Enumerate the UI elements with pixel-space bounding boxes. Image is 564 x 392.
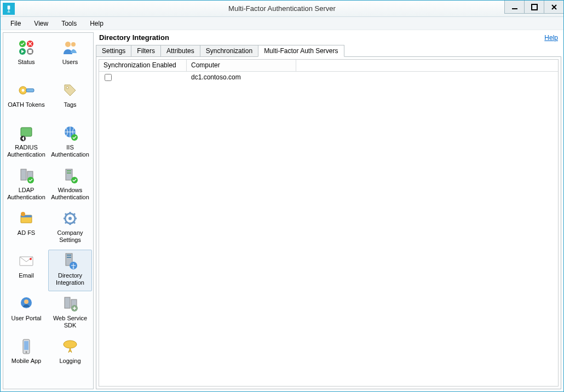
nav-label: Web Service SDK: [49, 315, 91, 328]
nav-mobile-app[interactable]: Mobile App: [4, 335, 48, 377]
nav-label: Mobile App: [11, 358, 41, 365]
svg-point-13: [66, 87, 68, 89]
app-window: Multi-Factor Authentication Server File …: [0, 0, 564, 392]
svg-rect-18: [21, 169, 26, 180]
menu-bar: File View Tools Help: [1, 17, 563, 30]
maximize-button[interactable]: [524, 1, 544, 14]
menu-view[interactable]: View: [27, 18, 55, 29]
nav-directory-integration[interactable]: Directory Integration: [48, 250, 92, 291]
key-icon: [16, 80, 36, 100]
svg-rect-42: [24, 341, 28, 350]
nav-label: LDAP Authentication: [5, 187, 47, 200]
col-computer[interactable]: Computer: [187, 60, 296, 71]
nav-iis-auth[interactable]: IIS Authentication: [48, 122, 92, 163]
nav-label: Users: [62, 59, 78, 66]
nav-windows-auth[interactable]: Windows Authentication: [48, 164, 92, 206]
svg-point-9: [71, 42, 76, 47]
tab-mfa-servers[interactable]: Multi-Factor Auth Servers: [258, 45, 344, 57]
menu-file[interactable]: File: [4, 18, 27, 29]
menu-tools[interactable]: Tools: [55, 18, 83, 29]
minimize-button[interactable]: [504, 1, 524, 14]
svg-rect-12: [26, 89, 34, 92]
nav-label: Windows Authentication: [49, 187, 91, 200]
page-title: Directory Integration: [99, 33, 169, 42]
svg-point-31: [30, 258, 32, 260]
nav-label: OATH Tokens: [8, 101, 44, 108]
nav-label: Logging: [59, 358, 80, 365]
nav-label: IIS Authentication: [49, 144, 91, 158]
content-panel: Directory Integration Help Settings Filt…: [96, 32, 561, 389]
radius-icon: [16, 123, 36, 143]
nav-radius-auth[interactable]: RADIUS Authentication: [4, 122, 48, 163]
svg-point-27: [21, 212, 25, 216]
tags-icon: [60, 80, 80, 100]
nav-label: Company Settings: [49, 229, 91, 243]
close-button[interactable]: [544, 1, 563, 14]
nav-label: AD FS: [18, 229, 35, 237]
svg-point-11: [22, 89, 25, 92]
nav-company-settings[interactable]: Company Settings: [48, 207, 92, 249]
tab-filters[interactable]: Filters: [131, 45, 161, 57]
col-sync-enabled[interactable]: Synchronization Enabled: [99, 60, 187, 71]
nav-label: User Portal: [11, 315, 41, 322]
nav-users[interactable]: Users: [48, 36, 92, 78]
nav-label: RADIUS Authentication: [5, 144, 47, 158]
svg-rect-1: [512, 8, 517, 9]
nav-label: Email: [19, 272, 34, 279]
svg-rect-33: [67, 255, 71, 256]
svg-point-29: [68, 217, 72, 220]
nav-email[interactable]: Email: [4, 250, 48, 291]
tab-synchronization[interactable]: Synchronization: [200, 45, 258, 57]
nav-panel: Status Users OATH Tokens Tags: [3, 32, 94, 389]
adfs-icon: [16, 209, 36, 228]
nav-label: Directory Integration: [49, 272, 91, 286]
directory-icon: [60, 251, 80, 271]
svg-point-44: [64, 341, 77, 348]
users-icon: [60, 38, 80, 57]
svg-point-8: [65, 42, 71, 47]
list-header: Synchronization Enabled Computer: [99, 60, 558, 72]
nav-web-service-sdk[interactable]: Web Service SDK: [48, 292, 92, 334]
help-link[interactable]: Help: [544, 34, 558, 42]
nav-status[interactable]: Status: [4, 36, 48, 78]
svg-rect-38: [65, 297, 70, 308]
nav-user-portal[interactable]: User Portal: [4, 292, 48, 334]
title-bar: Multi-Factor Authentication Server: [1, 1, 563, 17]
main-area: Status Users OATH Tokens Tags: [1, 30, 563, 391]
table-row[interactable]: dc1.contoso.com: [99, 72, 558, 83]
nav-tags[interactable]: Tags: [48, 79, 92, 120]
svg-rect-0: [8, 5, 10, 9]
svg-point-37: [24, 299, 28, 304]
gear-icon: [60, 209, 80, 228]
sdk-icon: [60, 294, 80, 314]
window-title: Multi-Factor Authentication Server: [1, 4, 563, 13]
svg-rect-23: [67, 172, 71, 174]
window-controls: [504, 1, 563, 16]
menu-help[interactable]: Help: [83, 18, 110, 29]
tab-body: Synchronization Enabled Computer dc1.con…: [96, 56, 561, 389]
tab-settings[interactable]: Settings: [96, 45, 131, 57]
nav-adfs[interactable]: AD FS: [4, 207, 48, 249]
list-body: dc1.contoso.com: [99, 72, 558, 386]
svg-point-43: [26, 351, 27, 353]
windows-auth-icon: [60, 166, 80, 186]
nav-oath-tokens[interactable]: OATH Tokens: [4, 79, 48, 120]
nav-logging[interactable]: Logging: [48, 335, 92, 377]
svg-rect-22: [67, 170, 71, 171]
servers-list: Synchronization Enabled Computer dc1.con…: [99, 59, 559, 387]
tab-attributes[interactable]: Attributes: [160, 45, 200, 57]
email-icon: [16, 251, 36, 271]
nav-ldap-auth[interactable]: LDAP Authentication: [4, 164, 48, 206]
cell-computer: dc1.contoso.com: [187, 73, 296, 81]
ldap-icon: [16, 166, 36, 186]
logging-icon: [60, 337, 80, 356]
sync-enabled-checkbox[interactable]: [105, 74, 112, 81]
iis-icon: [60, 123, 80, 143]
svg-rect-7: [28, 50, 32, 53]
tab-strip: Settings Filters Attributes Synchronizat…: [96, 45, 561, 57]
user-portal-icon: [16, 294, 36, 314]
nav-label: Status: [18, 59, 34, 66]
mobile-icon: [16, 337, 36, 356]
app-icon: [3, 3, 15, 15]
cell-sync-enabled: [99, 74, 187, 81]
